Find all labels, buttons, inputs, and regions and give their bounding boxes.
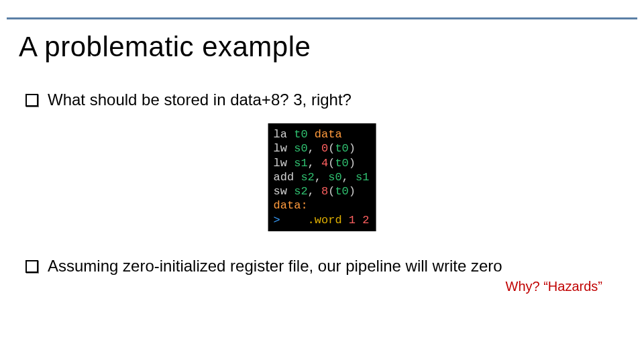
code-num: 8 xyxy=(321,185,328,198)
code-label: data: xyxy=(274,199,308,212)
code-op: add xyxy=(274,171,294,184)
code-op: lw xyxy=(274,142,287,155)
code-reg: s1 xyxy=(294,157,307,170)
code-num: 4 xyxy=(321,157,328,170)
bullet-item-1: What should be stored in data+8? 3, righ… xyxy=(25,90,617,110)
bullet-text: Assuming zero-initialized register file,… xyxy=(48,256,502,276)
code-symbol: data xyxy=(315,128,342,141)
slide: A problematic example What should be sto… xyxy=(0,0,644,362)
square-bullet-icon xyxy=(25,260,38,273)
code-reg: t0 xyxy=(335,185,348,198)
code-reg: t0 xyxy=(335,157,348,170)
top-rule xyxy=(7,17,637,19)
code-reg: s2 xyxy=(301,171,314,184)
code-reg: s0 xyxy=(328,171,341,184)
code-reg: s1 xyxy=(356,171,369,184)
slide-title: A problematic example xyxy=(19,31,311,63)
code-num: 1 xyxy=(349,214,356,227)
code-op: sw xyxy=(274,185,287,198)
code-reg: t0 xyxy=(294,128,307,141)
code-reg: t0 xyxy=(335,142,348,155)
code-num: 2 xyxy=(362,214,369,227)
bullet-text: What should be stored in data+8? 3, righ… xyxy=(48,90,352,110)
code-block: la t0 data lw s0, 0(t0) lw s1, 4(t0) add… xyxy=(268,123,376,231)
square-bullet-icon xyxy=(25,94,38,107)
code-num: 0 xyxy=(321,142,328,155)
bullet-item-2: Assuming zero-initialized register file,… xyxy=(25,256,617,276)
annotation-hazards: Why? “Hazards” xyxy=(506,279,602,294)
code-reg: s0 xyxy=(294,142,307,155)
code-directive: .word xyxy=(308,214,342,227)
code-op: lw xyxy=(274,157,287,170)
bullet-list: What should be stored in data+8? 3, righ… xyxy=(25,90,617,121)
prompt-icon: > xyxy=(274,214,280,227)
code-reg: s2 xyxy=(294,185,307,198)
code-op: la xyxy=(274,128,287,141)
